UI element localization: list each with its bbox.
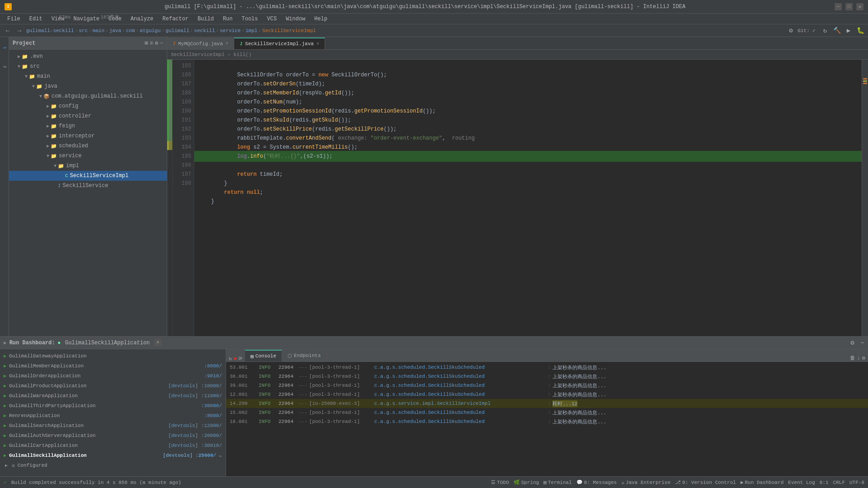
breadcrumb-gulimall[interactable]: gulimall: [165, 28, 189, 33]
breadcrumb-impl[interactable]: impl: [245, 28, 257, 33]
run-item-gateway[interactable]: ▶ GulimallGatewayApplication: [0, 351, 226, 361]
breadcrumb-src[interactable]: src: [79, 28, 88, 33]
run-control-stop[interactable]: ■: [234, 356, 237, 361]
close-bottom-icon[interactable]: −: [861, 339, 864, 347]
gutter-195: [167, 150, 172, 159]
run-item-product[interactable]: ▶ GulimallProductApplication [devtools] …: [0, 381, 226, 391]
minimize-button[interactable]: —: [835, 3, 842, 10]
side-project-icon[interactable]: 1: [1, 39, 8, 57]
menu-edit[interactable]: Edit: [26, 15, 46, 23]
log-line-3: 39.001 INFO 22964 --- [pool-3-thread-1] …: [226, 381, 868, 390]
tree-item-main[interactable]: ▼ 📁 main: [9, 71, 167, 81]
status-run-dashboard[interactable]: ▶ Run Dashboard: [741, 479, 783, 485]
tab-seckillserviceimpl[interactable]: J SeckillServiceImpl.java ×: [234, 38, 325, 49]
tree-item-service[interactable]: ▼ 📁 service: [9, 151, 167, 161]
code-area[interactable]: 185 186 187 188 189 190 191 192 193 194 …: [167, 60, 868, 336]
refresh-icon[interactable]: ↻: [820, 26, 830, 36]
breadcrumb-class[interactable]: SeckillServiceImpl: [262, 28, 316, 33]
forward-button[interactable]: →: [14, 26, 24, 36]
tree-label-seckillserviceimpl: SeckillServiceImpl: [70, 173, 129, 179]
tab-close-mymqconfig[interactable]: ×: [226, 41, 228, 46]
run-item-search[interactable]: ▶ GulimallSearchApplication [devtools] :…: [0, 421, 226, 431]
run-icon[interactable]: ▶: [844, 26, 854, 36]
menu-build[interactable]: Build: [194, 15, 217, 23]
app-icon: I: [5, 3, 12, 10]
scroll-to-end-icon[interactable]: ↓: [857, 355, 860, 361]
breadcrumb-main[interactable]: main: [93, 28, 104, 33]
menu-code[interactable]: Code: [105, 15, 125, 23]
tree-item-seckillservice[interactable]: I SeckillService: [9, 181, 167, 191]
tab-endpoints[interactable]: ⬡ Endpoints: [282, 350, 326, 361]
menu-navigate[interactable]: Navigate: [70, 15, 103, 23]
menu-file[interactable]: File: [4, 15, 24, 23]
side-bookmark-icon[interactable]: 2: [1, 58, 8, 76]
settings-icon[interactable]: ⚙: [786, 26, 796, 36]
gear-icon[interactable]: ⚙: [155, 40, 158, 47]
status-todo[interactable]: ☰ TODO: [491, 479, 509, 485]
code-content[interactable]: SeckillOrderTo orderTo = new SeckillOrde…: [194, 60, 862, 336]
tab-close-seckillserviceimpl[interactable]: ×: [316, 42, 319, 47]
maximize-button[interactable]: □: [845, 3, 853, 10]
status-encoding[interactable]: UTF-8: [849, 480, 864, 485]
tree-item-scheduled[interactable]: ▶ 📁 scheduled: [9, 141, 167, 151]
tree-item-src[interactable]: ▼ 📁 src: [9, 61, 167, 71]
close-button[interactable]: ✕: [856, 3, 863, 10]
menu-window[interactable]: Window: [282, 15, 309, 23]
debug-icon[interactable]: 🐛: [855, 26, 865, 36]
status-line-sep[interactable]: CRLF: [833, 480, 845, 485]
run-item-seckill[interactable]: ▶ GulimallSeckillApplication [devtools] …: [0, 450, 226, 460]
tree-item-mvn[interactable]: ▶ 📁 .mvn: [9, 52, 167, 61]
tree-item-controller[interactable]: ▶ 📁 controller: [9, 111, 167, 121]
clear-console-icon[interactable]: 🗑: [850, 355, 855, 361]
run-control-rerun[interactable]: ⟳: [238, 356, 242, 361]
back-button[interactable]: ←: [3, 26, 13, 36]
status-version-control[interactable]: ⎇ 9: Version Control: [675, 479, 736, 485]
run-edit-seckill-icon[interactable]: ✏: [219, 453, 222, 459]
menu-run[interactable]: Run: [219, 15, 236, 23]
menu-view[interactable]: View: [48, 15, 68, 23]
tree-item-feign[interactable]: ▶ 📁 feign: [9, 121, 167, 131]
tree-item-seckillserviceimpl[interactable]: C SeckillServiceImpl: [9, 171, 167, 181]
run-port-seckill-num[interactable]: :25000/: [195, 453, 216, 458]
run-item-order[interactable]: ▶ GulimallOrderApplication :9010/: [0, 371, 226, 381]
close-run-button[interactable]: ×: [154, 339, 161, 347]
status-spring[interactable]: 🌿 Spring: [514, 479, 539, 485]
status-terminal[interactable]: ▤ Terminal: [543, 479, 571, 485]
tree-item-java[interactable]: ▼ 📁 java: [9, 81, 167, 91]
menu-tools[interactable]: Tools: [238, 15, 262, 23]
run-item-member[interactable]: ▶ GulimallMemberApplication :8000/: [0, 361, 226, 371]
breadcrumb-seckill[interactable]: seckill: [194, 28, 215, 33]
tree-item-config[interactable]: ▶ 📁 config: [9, 101, 167, 111]
menu-analyze[interactable]: Analyze: [127, 15, 157, 23]
status-messages[interactable]: 💬 0: Messages: [576, 479, 617, 485]
tree-item-impl[interactable]: ▼ 📁 impl: [9, 161, 167, 171]
minimize-panel-icon[interactable]: −: [160, 40, 163, 47]
menu-refactor[interactable]: Refactor: [159, 15, 192, 23]
breadcrumb-atguigu[interactable]: atguigu: [140, 28, 160, 33]
menu-vcs[interactable]: VCS: [264, 15, 281, 23]
status-java-enterprise[interactable]: ☕ Java Enterprise: [621, 479, 670, 485]
breadcrumb-com[interactable]: com: [126, 28, 135, 33]
breadcrumb-service[interactable]: service: [220, 28, 241, 33]
tab-console[interactable]: ▤ Console: [245, 350, 282, 361]
run-control-restart[interactable]: ↻: [229, 356, 232, 361]
tree-item-package[interactable]: ▼ 📦 com.atguigu.gulimall.seckill: [9, 91, 167, 101]
run-item-auth[interactable]: ▶ GulimallAuthServerApplication [devtool…: [0, 431, 226, 441]
collapse-icon[interactable]: ≡: [150, 40, 153, 47]
status-event-log[interactable]: Event Log: [788, 480, 815, 485]
settings-bottom-icon[interactable]: ⚙: [850, 339, 854, 347]
build-icon[interactable]: 🔨: [832, 26, 842, 36]
run-item-renren[interactable]: ▶ RenrenApplication :8080/: [0, 411, 226, 421]
tab-mymqconfig[interactable]: J MyMQConfig.java ×: [167, 38, 234, 49]
right-scrollbar[interactable]: [862, 60, 868, 336]
menu-help[interactable]: Help: [311, 15, 331, 23]
console-icon: ▤: [250, 353, 254, 359]
run-item-ware[interactable]: ▶ GulimallWareApplication [devtools] :11…: [0, 391, 226, 401]
breadcrumb-project[interactable]: gulimall-seckill: [26, 28, 74, 33]
run-item-thirdparty[interactable]: ▶ GulimallThirdPartyApplication :30000/: [0, 401, 226, 411]
breadcrumb-java[interactable]: java: [109, 28, 121, 33]
console-settings-icon[interactable]: ⚙: [862, 355, 865, 361]
run-item-cart[interactable]: ▶ GulimallCartApplication [devtools] :30…: [0, 441, 226, 450]
tree-item-interceptor[interactable]: ▶ 📁 interceptor: [9, 131, 167, 141]
expand-icon[interactable]: ⊞: [145, 40, 148, 47]
